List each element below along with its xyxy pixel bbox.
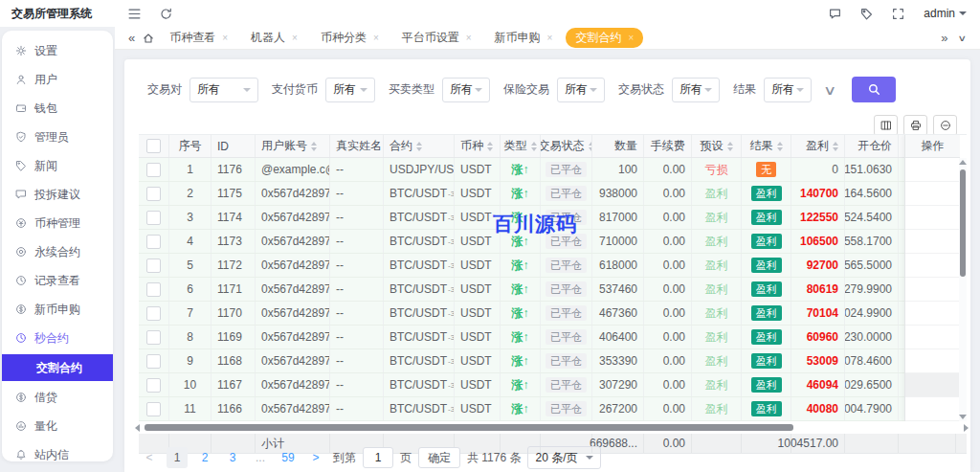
column-settings-icon[interactable]: [874, 115, 898, 136]
sidebar-item-2[interactable]: 钱包: [2, 94, 113, 123]
filter-select-4[interactable]: 所有: [672, 78, 720, 102]
tab-2[interactable]: 币种分类×: [311, 28, 389, 48]
sidebar-item-12[interactable]: 借贷: [2, 383, 113, 412]
filter-select-3[interactable]: 所有: [557, 78, 605, 102]
row-checkbox[interactable]: [146, 163, 161, 177]
fullscreen-icon[interactable]: [892, 8, 904, 20]
sort-icon[interactable]: [487, 142, 493, 151]
close-tab-icon[interactable]: ×: [628, 33, 634, 43]
sidebar-item-0[interactable]: 设置: [2, 36, 113, 65]
tabs-scroll-left-icon[interactable]: «: [126, 31, 137, 45]
table-cell: 0x567d428970...: [256, 349, 330, 372]
sidebar-item-label: 借贷: [34, 390, 57, 406]
sidebar-item-6[interactable]: 币种管理: [2, 209, 113, 237]
admin-dropdown[interactable]: admin: [924, 7, 967, 20]
close-tab-icon[interactable]: ×: [373, 33, 379, 43]
table-row-10: 1111660x567d428970...--BTC/USDT-30SUSDT涨…: [139, 397, 904, 421]
sort-icon[interactable]: [416, 142, 422, 151]
tab-0[interactable]: 币种查看×: [160, 28, 237, 48]
collapse-table-icon[interactable]: [933, 115, 957, 136]
table-cell: 1166: [212, 397, 256, 420]
filter-select-2[interactable]: 所有: [442, 78, 490, 102]
type-up-indicator: 涨↑: [512, 234, 529, 250]
horizontal-scrollbar-thumb[interactable]: [145, 424, 793, 431]
table-cell: --: [330, 158, 384, 181]
tabs-scroll-right-icon[interactable]: »: [939, 31, 949, 45]
row-checkbox[interactable]: [146, 378, 161, 393]
confirm-button[interactable]: 确定: [418, 447, 460, 468]
close-tab-icon[interactable]: ×: [292, 33, 298, 43]
table-cell: 已平仓: [541, 158, 592, 181]
sidebar-item-11[interactable]: 交割合约: [2, 354, 113, 381]
close-tab-icon[interactable]: ×: [466, 33, 472, 43]
message-icon[interactable]: [829, 8, 841, 20]
row-checkbox[interactable]: [146, 187, 161, 201]
page-button-3[interactable]: 3: [222, 447, 243, 468]
tab-4[interactable]: 新币申购×: [485, 28, 563, 48]
table-cell: 87024.9900: [845, 302, 899, 325]
table-cell: 0.00: [644, 158, 692, 181]
close-tab-icon[interactable]: ×: [547, 33, 553, 43]
search-button[interactable]: [852, 77, 896, 102]
filter-select-0[interactable]: 所有: [189, 78, 258, 102]
collapse-menu-icon[interactable]: [128, 8, 141, 20]
sidebar-item-10[interactable]: 秒合约: [2, 324, 113, 352]
sidebar-item-13[interactable]: 量化: [2, 412, 113, 440]
home-icon[interactable]: [143, 33, 154, 44]
scroll-up-icon[interactable]: [959, 160, 967, 165]
prev-page-button[interactable]: <: [139, 447, 160, 468]
sort-icon[interactable]: [531, 142, 537, 151]
row-checkbox[interactable]: [146, 330, 161, 345]
row-checkbox[interactable]: [146, 235, 161, 249]
page-button-2[interactable]: 2: [194, 447, 215, 468]
filter-select-5[interactable]: 所有: [764, 78, 812, 102]
filter-select-1[interactable]: 所有: [325, 78, 375, 102]
row-checkbox[interactable]: [146, 282, 161, 297]
vertical-scrollbar[interactable]: [959, 158, 967, 421]
jump-page-input[interactable]: [363, 447, 393, 468]
print-icon[interactable]: [903, 115, 927, 136]
row-checkbox[interactable]: [146, 306, 161, 321]
sort-icon[interactable]: [311, 142, 317, 151]
sidebar-item-8[interactable]: 记录查看: [2, 266, 113, 295]
status-badge: 已平仓: [546, 353, 587, 369]
row-checkbox[interactable]: [146, 354, 161, 369]
sidebar-item-7[interactable]: 永续合约: [2, 237, 113, 266]
scroll-left-icon[interactable]: [135, 424, 140, 432]
table-cell: BTC/USDT-30S: [384, 230, 455, 253]
sidebar-item-3[interactable]: 管理员: [2, 123, 113, 151]
page-button-1[interactable]: 1: [167, 447, 188, 468]
filters-collapse-icon[interactable]: ∨: [823, 82, 836, 98]
next-page-button[interactable]: >: [305, 447, 326, 468]
sidebar-item-5[interactable]: 投拆建议: [2, 180, 113, 209]
table-cell: 0x567d428970...: [256, 254, 330, 277]
sidebar-item-1[interactable]: 用户: [2, 65, 113, 94]
tab-3[interactable]: 平台币设置×: [392, 28, 481, 48]
select-all-checkbox[interactable]: [146, 139, 161, 153]
sidebar-item-label: 永续合约: [34, 244, 80, 260]
tag-icon[interactable]: [860, 8, 873, 20]
close-tab-icon[interactable]: ×: [222, 33, 228, 43]
refresh-icon[interactable]: [160, 8, 172, 20]
row-checkbox[interactable]: [146, 258, 161, 273]
type-up-indicator: 涨↑: [512, 401, 529, 417]
row-checkbox[interactable]: [146, 211, 161, 225]
tab-1[interactable]: 机器人×: [241, 28, 307, 48]
sort-icon[interactable]: [777, 142, 783, 151]
sidebar-item-9[interactable]: 新币申购: [2, 295, 113, 324]
page-button-59[interactable]: 59: [278, 447, 299, 468]
vertical-scrollbar-thumb[interactable]: [960, 169, 966, 277]
sidebar-item-14[interactable]: 站内信: [2, 440, 113, 461]
row-checkbox[interactable]: [146, 402, 161, 416]
sidebar-item-4[interactable]: 新闻: [2, 151, 113, 180]
tab-5[interactable]: 交割合约×: [566, 28, 643, 48]
sort-icon[interactable]: [727, 142, 733, 151]
tabs-menu-icon[interactable]: ∨: [955, 33, 969, 43]
table-cell: 88029.6500: [845, 373, 899, 396]
scroll-down-icon[interactable]: [959, 415, 967, 419]
scroll-right-icon[interactable]: [964, 424, 969, 432]
sort-icon[interactable]: [833, 142, 838, 151]
table-cell: 40080: [791, 397, 845, 420]
page-size-select[interactable]: 20 条/页: [527, 446, 600, 469]
horizontal-scrollbar[interactable]: [139, 424, 967, 432]
